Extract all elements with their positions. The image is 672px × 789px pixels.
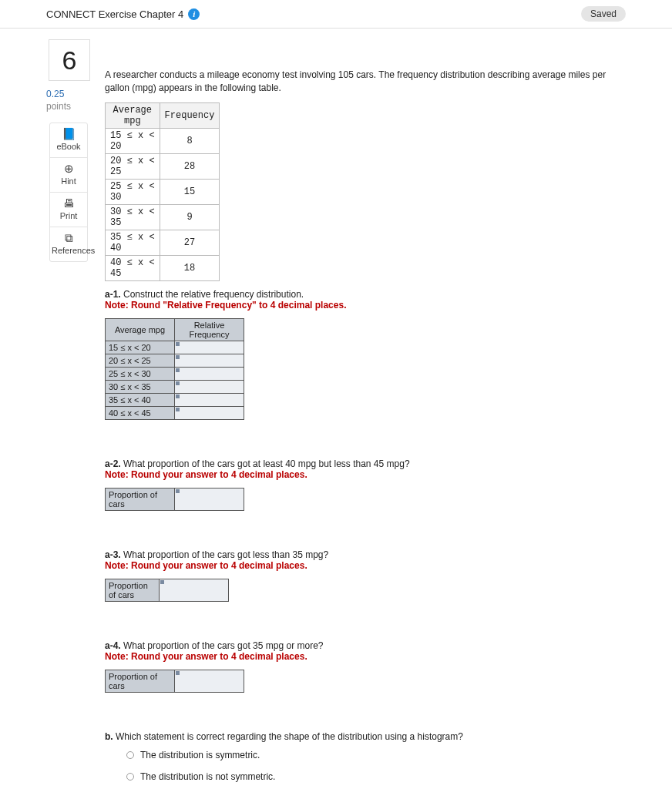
top-bar: CONNECT Exercise Chapter 4 i Saved [0, 0, 672, 29]
a1-range-label: 20 ≤ x < 25 [106, 354, 175, 367]
a3-label: a-3. [105, 549, 121, 560]
b-option-label: The distribution is not symmetric. [140, 771, 275, 782]
b-text-line: b. Which statement is correct regarding … [105, 731, 626, 742]
print-button-icon: 🖶 [52, 197, 86, 209]
part-b: b. Which statement is correct regarding … [105, 731, 626, 782]
references-button-label: References [52, 246, 95, 255]
radio-icon [126, 773, 134, 781]
b-option-label: The distribution is symmetric. [140, 750, 260, 760]
part-a2: a-2. What proportion of the cars got at … [105, 458, 626, 511]
freq-range: 35 ≤ x < 40 [106, 230, 160, 255]
a1-range-label: 35 ≤ x < 40 [106, 393, 175, 406]
resource-stack: 📘eBook⊕Hint🖶Print⧉References [49, 123, 88, 262]
hint-button[interactable]: ⊕Hint [50, 158, 87, 193]
references-button[interactable]: ⧉References [50, 227, 87, 261]
a2-label: a-2. [105, 458, 121, 469]
a3-text-line: a-3. What proportion of the cars got les… [105, 549, 626, 560]
freq-value: 28 [160, 153, 220, 179]
b-label: b. [105, 731, 113, 742]
a4-text: What proportion of the cars got 35 mpg o… [121, 640, 324, 651]
a2-note: Note: Round your answer to 4 decimal pla… [105, 469, 626, 480]
part-a3: a-3. What proportion of the cars got les… [105, 549, 626, 602]
radio-icon [126, 751, 134, 759]
a1-col2: Relative Frequency [175, 318, 244, 341]
question-number: 6 [49, 39, 90, 81]
a1-text: Construct the relative frequency distrib… [121, 289, 304, 300]
b-text: Which statement is correct regarding the… [113, 731, 463, 742]
freq-value: 9 [160, 204, 220, 230]
page-title: CONNECT Exercise Chapter 4 [46, 8, 183, 20]
freq-range: 25 ≤ x < 30 [106, 179, 160, 204]
a1-input[interactable] [175, 341, 244, 354]
freq-value: 27 [160, 230, 220, 255]
a4-row-label: Proportion of cars [106, 670, 175, 692]
a2-row-label: Proportion of cars [106, 488, 175, 510]
a3-row-label: Proportion of cars [106, 579, 160, 601]
freq-value: 8 [160, 128, 220, 153]
freq-range: 30 ≤ x < 35 [106, 204, 160, 230]
a1-col1: Average mpg [106, 318, 175, 341]
question-prompt: A researcher conducts a mileage economy … [105, 69, 626, 95]
a1-note: Note: Round "Relative Frequency" to 4 de… [105, 300, 626, 311]
a3-text: What proportion of the cars got less tha… [121, 549, 328, 560]
a1-input[interactable] [175, 406, 244, 419]
print-button-label: Print [60, 211, 78, 220]
frequency-table: Average mpg Frequency 15 ≤ x < 20820 ≤ x… [105, 102, 220, 281]
a1-range-label: 25 ≤ x < 30 [106, 367, 175, 380]
a3-note: Note: Round your answer to 4 decimal pla… [105, 560, 626, 571]
a1-input[interactable] [175, 380, 244, 393]
a2-input[interactable] [175, 488, 244, 510]
freq-header-frequency: Frequency [160, 102, 220, 128]
a4-label: a-4. [105, 640, 121, 651]
freq-value: 15 [160, 179, 220, 204]
a3-input[interactable] [160, 579, 229, 601]
hint-button-icon: ⊕ [52, 163, 86, 174]
question-content: A researcher conducts a mileage economy … [105, 39, 626, 789]
a1-text-line: a-1. Construct the relative frequency di… [105, 289, 626, 300]
a1-input[interactable] [175, 393, 244, 406]
a1-range-label: 15 ≤ x < 20 [106, 341, 175, 354]
a2-text-line: a-2. What proportion of the cars got at … [105, 458, 626, 469]
saved-badge: Saved [581, 6, 626, 22]
a1-input[interactable] [175, 354, 244, 367]
topbar-left: CONNECT Exercise Chapter 4 i [46, 8, 200, 20]
freq-value: 18 [160, 255, 220, 280]
a1-answer-table: Average mpg Relative Frequency 15 ≤ x < … [105, 318, 244, 420]
freq-range: 15 ≤ x < 20 [106, 128, 160, 153]
points-value: 0.25 [46, 89, 94, 99]
points-label: points [46, 101, 94, 112]
references-button-icon: ⧉ [52, 232, 86, 243]
ebook-button-icon: 📘 [52, 128, 86, 139]
hint-button-label: Hint [61, 176, 76, 186]
freq-header-mpg: Average mpg [106, 102, 160, 128]
a1-input[interactable] [175, 367, 244, 380]
a3-answer-table: Proportion of cars [105, 579, 229, 602]
freq-range: 40 ≤ x < 45 [106, 255, 160, 280]
a1-range-label: 30 ≤ x < 35 [106, 380, 175, 393]
left-column: 6 0.25 points 📘eBook⊕Hint🖶Print⧉Referenc… [46, 39, 94, 789]
a4-text-line: a-4. What proportion of the cars got 35 … [105, 640, 626, 651]
a2-answer-table: Proportion of cars [105, 488, 244, 511]
freq-range: 20 ≤ x < 25 [106, 153, 160, 179]
print-button[interactable]: 🖶Print [50, 193, 87, 227]
a4-answer-table: Proportion of cars [105, 670, 244, 693]
ebook-button-label: eBook [56, 142, 80, 151]
part-a4: a-4. What proportion of the cars got 35 … [105, 640, 626, 693]
a1-range-label: 40 ≤ x < 45 [106, 406, 175, 419]
a1-label: a-1. [105, 289, 121, 300]
a4-input[interactable] [175, 670, 244, 692]
a4-note: Note: Round your answer to 4 decimal pla… [105, 651, 626, 662]
part-a1: a-1. Construct the relative frequency di… [105, 289, 626, 420]
a2-text: What proportion of the cars got at least… [121, 458, 410, 469]
ebook-button[interactable]: 📘eBook [50, 123, 87, 158]
info-icon[interactable]: i [188, 8, 200, 20]
b-option-1[interactable]: The distribution is not symmetric. [126, 771, 626, 782]
b-option-0[interactable]: The distribution is symmetric. [126, 750, 626, 760]
